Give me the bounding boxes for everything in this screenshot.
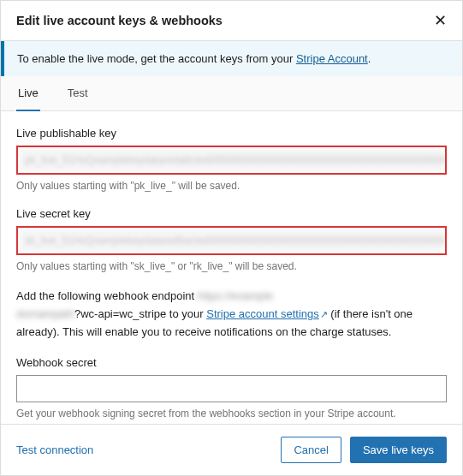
dialog-footer: Test connection Cancel Save live keys <box>1 424 462 475</box>
webhook-instructions: Add the following webhook endpoint https… <box>16 288 447 341</box>
publishable-key-input[interactable]: pk_live_51HvQxamplekeydatareda8cted00000… <box>20 149 443 171</box>
publishable-key-help: Only values starting with "pk_live_" wil… <box>16 180 447 192</box>
webhook-url-visible: ?wc-api=wc_stripe <box>74 307 166 320</box>
stripe-account-link[interactable]: Stripe Account <box>296 52 368 65</box>
stripe-settings-link-text: Stripe account settings <box>206 307 319 320</box>
secret-key-box: sk_live_51HvQxamplekeydatared8acted00000… <box>16 226 447 255</box>
dialog-content: Live publishable key pk_live_51HvQxample… <box>1 111 462 424</box>
save-button[interactable]: Save live keys <box>350 437 447 463</box>
stripe-settings-link[interactable]: Stripe account settings↗ <box>206 307 328 320</box>
footer-left: Test connection <box>16 443 93 456</box>
tab-test[interactable]: Test <box>66 76 90 110</box>
webhook-url-masked-1: https://example <box>198 289 273 302</box>
footer-right: Cancel Save live keys <box>281 437 447 463</box>
tab-live[interactable]: Live <box>16 76 40 111</box>
notice-suffix: . <box>368 52 371 65</box>
webhook-intro: Add the following webhook endpoint <box>16 289 198 302</box>
webhook-secret-input[interactable] <box>16 375 447 402</box>
secret-key-help: Only values starting with "sk_live_" or … <box>16 260 447 272</box>
webhook-secret-help: Get your webhook signing secret from the… <box>16 408 447 419</box>
close-icon[interactable]: ✕ <box>434 13 447 28</box>
dialog-header: Edit live account keys & webhooks ✕ <box>1 1 462 41</box>
info-notice: To enable the live mode, get the account… <box>1 41 462 76</box>
publishable-key-box: pk_live_51HvQxamplekeydatareda8cted00000… <box>16 146 447 175</box>
webhook-mid: to your <box>166 307 206 320</box>
test-connection-link[interactable]: Test connection <box>16 443 93 456</box>
cancel-button[interactable]: Cancel <box>281 437 341 463</box>
publishable-key-label: Live publishable key <box>16 127 447 140</box>
external-link-icon: ↗ <box>320 307 328 323</box>
secret-key-input[interactable]: sk_live_51HvQxamplekeydatared8acted00000… <box>20 229 443 252</box>
edit-keys-dialog: Edit live account keys & webhooks ✕ To e… <box>0 0 463 476</box>
dialog-title: Edit live account keys & webhooks <box>16 14 223 27</box>
notice-text: To enable the live mode, get the account… <box>17 52 296 65</box>
mode-tabs: Live Test <box>1 76 462 111</box>
webhook-secret-label: Webhook secret <box>16 356 447 369</box>
secret-key-label: Live secret key <box>16 207 447 220</box>
webhook-url-masked-2: domainpath <box>16 307 74 320</box>
